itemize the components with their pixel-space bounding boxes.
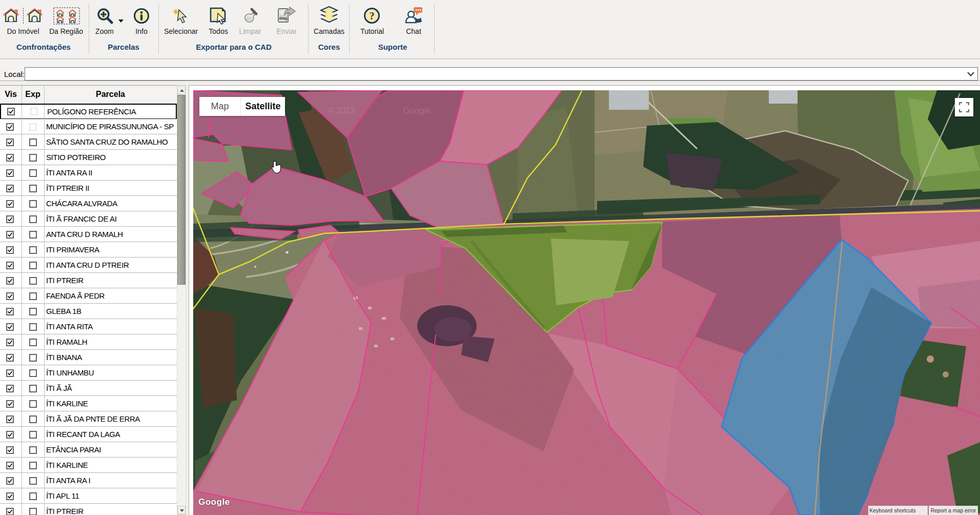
svg-text:dwg: dwg (279, 16, 288, 21)
svg-text:?: ? (370, 10, 375, 22)
